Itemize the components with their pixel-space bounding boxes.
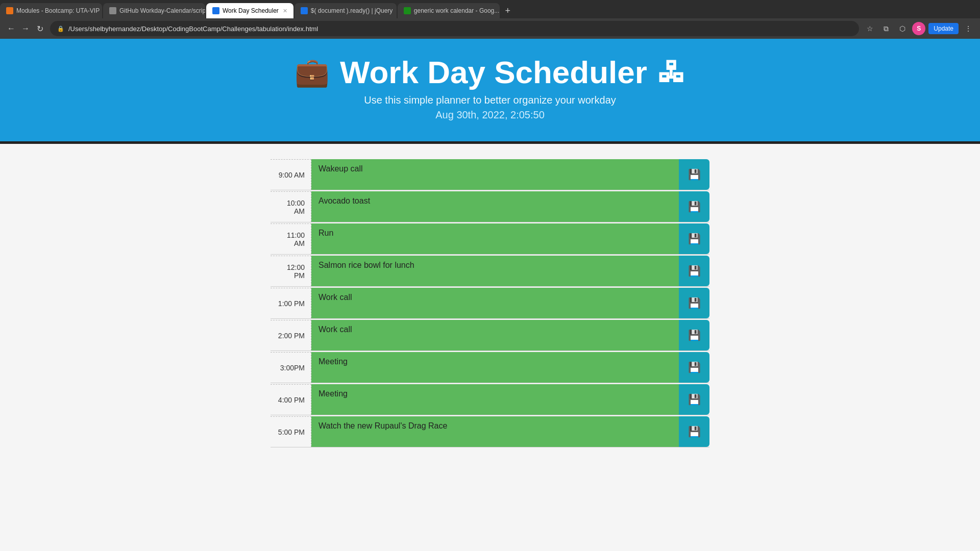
app-datetime: Aug 30th, 2022, 2:05:50 [10,109,970,121]
save-button-6[interactable] [679,352,709,383]
floppy-disk-icon [688,232,701,245]
time-input-4[interactable] [311,288,679,318]
back-button[interactable]: ← [5,22,17,35]
time-label-2: 11:00 AM [271,223,311,254]
save-button-7[interactable] [679,384,709,415]
app-header: 💼 Work Day Scheduler 🖧 Use this simple p… [0,39,980,141]
update-button[interactable]: Update [928,23,959,34]
menu-button[interactable]: ⋮ [962,22,975,35]
time-label-1: 10:00 AM [271,191,311,222]
forward-button[interactable]: → [19,22,32,35]
time-input-0[interactable] [311,159,679,190]
row-12pm: 12:00 PM [271,256,709,287]
time-input-7[interactable] [311,384,679,415]
save-button-0[interactable] [679,159,709,190]
app-subtitle: Use this simple planner to better organi… [10,94,970,106]
time-label-7: 4:00 PM [271,384,311,415]
row-5pm: 5:00 PM [271,416,709,447]
floppy-disk-icon [688,264,701,278]
save-button-2[interactable] [679,223,709,254]
nav-buttons: ← → ↻ [5,22,46,35]
save-button-8[interactable] [679,416,709,447]
tab-1[interactable]: Modules - Bootcamp: UTA-VIP ✕ [0,3,102,18]
network-icon: 🖧 [657,56,685,89]
lock-icon: 🔒 [57,26,64,32]
extensions-button[interactable]: ⧉ [879,22,893,35]
tab-4-favicon [301,7,308,14]
row-4pm: 4:00 PM [271,384,709,415]
tab-3[interactable]: Work Day Scheduler ✕ [206,3,293,18]
time-label-0: 9:00 AM [271,159,311,190]
time-input-3[interactable] [311,256,679,286]
save-button-3[interactable] [679,256,709,286]
tab-bar: Modules - Bootcamp: UTA-VIP ✕ GitHub Wor… [0,0,980,18]
tab-3-favicon [212,7,219,14]
tab-3-label: Work Day Scheduler [223,7,279,14]
tab-4[interactable]: $( document ).ready() | jQuery ✕ [295,3,397,18]
tab-1-label: Modules - Bootcamp: UTA-VIP [16,7,100,14]
new-tab-button[interactable]: + [501,4,515,18]
bookmark-star-button[interactable]: ☆ [863,22,876,35]
row-10am: 10:00 AM [271,191,709,222]
time-label-5: 2:00 PM [271,320,311,350]
row-2pm: 2:00 PM [271,320,709,351]
save-button-1[interactable] [679,191,709,222]
reload-button[interactable]: ↻ [34,22,46,35]
time-input-6[interactable] [311,352,679,383]
row-9am: 9:00 AM [271,159,709,190]
address-text: /Users/shelbyhernandez/Desktop/CodingBoo… [68,25,318,33]
floppy-disk-icon [688,361,701,374]
time-label-4: 1:00 PM [271,288,311,318]
app-title: 💼 Work Day Scheduler 🖧 [10,54,970,90]
floppy-disk-icon [688,329,701,342]
profile-avatar[interactable]: S [912,22,925,35]
time-input-5[interactable] [311,320,679,350]
time-input-2[interactable] [311,223,679,254]
briefcase-icon: 💼 [295,56,330,89]
address-bar-row: ← → ↻ 🔒 /Users/shelbyhernandez/Desktop/C… [0,18,980,39]
browser-actions: ☆ ⧉ ⬡ S Update ⋮ [863,22,975,35]
tab-5[interactable]: generic work calendar - Goog... ✕ [398,3,500,18]
profile-extensions-button[interactable]: ⬡ [896,22,909,35]
time-label-3: 12:00 PM [271,256,311,286]
save-button-5[interactable] [679,320,709,350]
scheduler-container: 9:00 AM10:00 AM11:00 AM12:00 PM1:00 PM2:… [260,159,720,447]
save-button-4[interactable] [679,288,709,318]
app-title-text: Work Day Scheduler [340,54,647,90]
floppy-disk-icon [688,200,701,213]
tab-2-label: GitHub Workday-Calendar/script.js at [119,7,205,14]
time-input-8[interactable] [311,416,679,447]
tab-1-favicon [6,7,13,14]
row-3pm: 3:00PM [271,352,709,383]
address-bar[interactable]: 🔒 /Users/shelbyhernandez/Desktop/CodingB… [50,21,859,36]
tab-5-label: generic work calendar - Goog... [414,7,499,14]
floppy-disk-icon [688,296,701,310]
floppy-disk-icon [688,168,701,181]
tab-4-label: $( document ).ready() | jQuery [311,7,393,14]
floppy-disk-icon [688,393,701,406]
browser-chrome: Modules - Bootcamp: UTA-VIP ✕ GitHub Wor… [0,0,980,39]
time-label-6: 3:00PM [271,352,311,383]
tab-3-close[interactable]: ✕ [283,8,287,14]
row-1pm: 1:00 PM [271,288,709,319]
tab-5-favicon [404,7,411,14]
floppy-disk-icon [688,425,701,438]
tab-2[interactable]: GitHub Workday-Calendar/script.js at ✕ [103,3,205,18]
separator [0,141,980,144]
time-label-8: 5:00 PM [271,416,311,447]
tab-2-favicon [109,7,116,14]
row-11am: 11:00 AM [271,223,709,255]
time-input-1[interactable] [311,191,679,222]
